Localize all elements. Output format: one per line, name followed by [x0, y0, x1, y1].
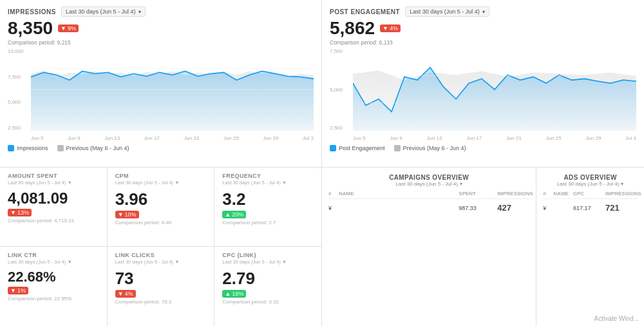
ads-overview-daterange[interactable]: Last 30 days (Jun 5 - Jul 4) ▾ [543, 181, 638, 187]
link-clicks-badge: ▼ 4% [115, 290, 207, 298]
cpc-link-value: 2.79 [222, 269, 314, 289]
frequency-title: FREQUENCY [222, 173, 314, 179]
impressions-header: IMPRESSIONS Last 30 days (Jun 5 - Jul 4)… [8, 6, 314, 17]
amount-spent-comparison: Comparison period: 4,719.31 [8, 218, 99, 224]
post-engagement-legend-current: Post Engagement [330, 145, 385, 151]
impressions-chart-canvas [31, 48, 314, 131]
post-engagement-comparison: Comparison period: 6,133 [330, 39, 636, 46]
post-engagement-y-labels: 7,500 5,000 2,500 [330, 48, 353, 131]
ads-overview-title: ADS OVERVIEW [543, 174, 638, 181]
impressions-change-badge: ▼ 9% [58, 24, 79, 32]
amount-spent-value: 4,081.09 [8, 189, 99, 207]
cpc-link-daterange[interactable]: Last 30 days (Jun 5 - Jul 4) ▼ [222, 259, 314, 265]
amount-spent-box: AMOUNT SPENT Last 30 days (Jun 5 - Jul 4… [0, 168, 108, 247]
impressions-value-row: 8,350 ▼ 9% [8, 18, 314, 39]
impressions-y-labels: 10,000 7,500 5,000 2,500 [8, 48, 31, 131]
impressions-comparison: Comparison period: 9,215 [8, 39, 314, 46]
link-clicks-daterange[interactable]: Last 30 days (Jun 5 - Jul 4) ▼ [115, 259, 207, 265]
impressions-x-labels: Jun 5 Jun 9 Jun 13 Jun 17 Jun 21 Jun 25 … [31, 132, 314, 144]
top-row: IMPRESSIONS Last 30 days (Jun 5 - Jul 4)… [0, 0, 644, 168]
post-engagement-change-badge: ▼ 4% [380, 24, 401, 32]
link-clicks-value: 73 [115, 269, 207, 289]
link-clicks-title: LINK CLICKS [115, 252, 207, 258]
dashboard: IMPRESSIONS Last 30 days (Jun 5 - Jul 4)… [0, 0, 644, 326]
activate-windows: Activate Wind... [594, 315, 639, 322]
link-ctr-badge: ▼ 1% [8, 287, 99, 294]
frequency-value: 3.2 [222, 189, 314, 209]
impressions-chart-area: 10,000 7,500 5,000 2,500 [8, 48, 314, 144]
ads-table-header: # NAME CPC IMPRESSIONS [543, 191, 638, 199]
link-ctr-box: LINK CTR Last 30 days (Jun 5 - Jul 4) ▼ … [0, 247, 108, 326]
campaigns-overview-box: CAMPAIGNS OVERVIEW Last 30 days (Jun 5 -… [322, 168, 536, 326]
ads-overview-box: ADS OVERVIEW Last 30 days (Jun 5 - Jul 4… [536, 168, 644, 326]
cpm-daterange[interactable]: Last 30 days (Jun 5 - Jul 4) ▼ [115, 180, 207, 186]
arrow-down-icon: ▼ [118, 291, 124, 297]
frequency-box: FREQUENCY Last 30 days (Jun 5 - Jul 4) ▼… [214, 168, 322, 247]
arrow-down-icon: ▼ [10, 209, 16, 216]
post-engagement-header: POST ENGAGEMENT Last 30 days (Jun 5 - Ju… [330, 6, 636, 17]
link-ctr-value: 22.68% [8, 269, 99, 285]
arrow-up-icon: ▲ [225, 291, 231, 297]
post-engagement-x-labels: Jun 5 Jun 9 Jun 13 Jun 17 Jun 21 Jun 25 … [353, 132, 636, 144]
post-engagement-panel: POST ENGAGEMENT Last 30 days (Jun 5 - Ju… [322, 0, 644, 167]
impressions-title: IMPRESSIONS [8, 8, 56, 15]
amount-spent-badge: ▼ 13% [8, 209, 99, 216]
arrow-down-icon: ▼ [10, 287, 16, 294]
campaigns-table-header: # NAME SPENT IMPRESSIONS [328, 191, 529, 199]
impressions-value: 8,350 [8, 18, 53, 39]
impressions-date-selector[interactable]: Last 30 days (Jun 5 - Jul 4) ▾ [61, 6, 146, 17]
frequency-daterange[interactable]: Last 30 days (Jun 5 - Jul 4) ▼ [222, 180, 314, 186]
link-clicks-comparison: Comparison period: 76.3 [115, 299, 207, 305]
post-engagement-value: 5,862 [330, 18, 375, 39]
arrow-down-icon: ▼ [61, 25, 66, 32]
impressions-legend: Impressions Previous (May 6 - Jun 4) [8, 145, 314, 151]
frequency-comparison: Comparison period: 2.7 [222, 220, 314, 225]
post-engagement-legend: Post Engagement Previous (May 6 - Jun 4) [330, 145, 636, 151]
post-engagement-legend-previous: Previous (May 6 - Jun 4) [394, 145, 466, 151]
cpc-link-comparison: Comparison period: 3.32 [222, 299, 314, 305]
cpm-box: CPM Last 30 days (Jun 5 - Jul 4) ▼ 3.96 … [108, 168, 215, 247]
arrow-down-icon: ▼ [118, 211, 124, 218]
impressions-legend-current: Impressions [8, 145, 48, 151]
svg-marker-1 [31, 71, 314, 131]
cpc-link-box: CPC (LINK) Last 30 days (Jun 5 - Jul 4) … [214, 247, 322, 326]
post-engagement-value-row: 5,862 ▼ 4% [330, 18, 636, 39]
amount-spent-daterange[interactable]: Last 30 days (Jun 5 - Jul 4) ▼ [8, 180, 99, 186]
bottom-section: AMOUNT SPENT Last 30 days (Jun 5 - Jul 4… [0, 168, 644, 326]
ads-table-row: ¥ 617.17 721 [543, 201, 638, 215]
link-ctr-comparison: Comparison period: 22.95% [8, 296, 99, 302]
amount-spent-title: AMOUNT SPENT [8, 173, 99, 179]
frequency-badge: ▲ 20% [222, 211, 314, 218]
post-engagement-date-selector[interactable]: Last 30 days (Jun 5 - Jul 4) ▾ [405, 6, 489, 17]
cpc-link-badge: ▲ 16% [222, 290, 314, 298]
cpc-link-title: CPC (LINK) [222, 252, 314, 258]
impressions-legend-previous: Previous (May 6 - Jun 4) [57, 145, 129, 151]
cpm-badge: ▼ 10% [115, 211, 207, 218]
link-ctr-title: LINK CTR [8, 252, 99, 258]
cpm-title: CPM [115, 173, 207, 179]
cpm-comparison: Comparison period: 4.40 [115, 220, 207, 225]
link-clicks-box: LINK CLICKS Last 30 days (Jun 5 - Jul 4)… [108, 247, 215, 326]
link-ctr-daterange[interactable]: Last 30 days (Jun 5 - Jul 4) ▼ [8, 259, 99, 265]
campaigns-overview-daterange[interactable]: Last 30 days (Jun 5 - Jul 4) ▾ [328, 181, 529, 187]
post-engagement-chart-area: 7,500 5,000 2,500 [330, 48, 636, 144]
arrow-up-icon: ▲ [225, 211, 231, 218]
campaigns-table-row: ¥ 987.33 427 [328, 201, 529, 215]
arrow-down-icon: ▼ [383, 25, 388, 32]
chevron-down-icon: ▾ [621, 181, 623, 187]
chevron-down-icon: ▾ [138, 9, 141, 15]
post-engagement-title: POST ENGAGEMENT [330, 8, 400, 15]
chevron-down-icon: ▾ [482, 9, 485, 15]
cpm-value: 3.96 [115, 189, 207, 209]
impressions-panel: IMPRESSIONS Last 30 days (Jun 5 - Jul 4)… [0, 0, 322, 167]
post-engagement-chart-canvas [353, 48, 636, 131]
campaigns-overview-title: CAMPAIGNS OVERVIEW [328, 174, 529, 181]
chevron-down-icon: ▾ [460, 181, 462, 187]
